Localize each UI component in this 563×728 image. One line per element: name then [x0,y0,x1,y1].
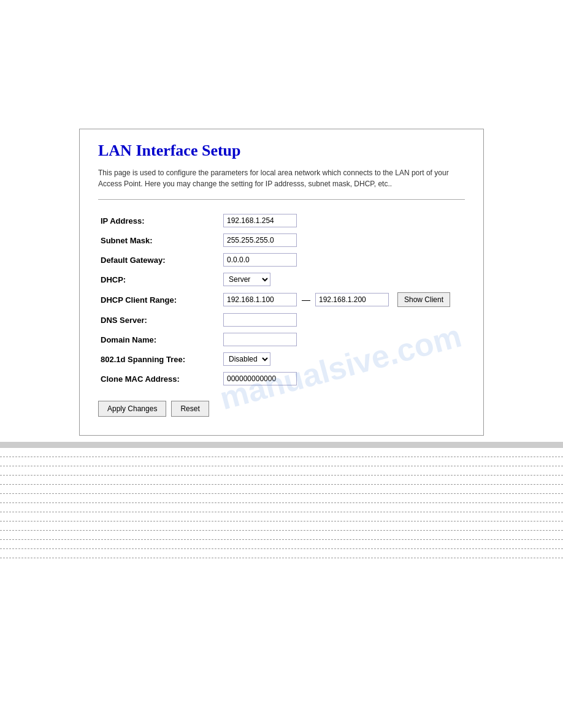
dhcp-range-start-input[interactable] [223,293,297,306]
dns-server-cell [221,310,465,330]
subnet-mask-cell [221,230,465,250]
page-title: LAN Interface Setup [98,142,465,160]
dhcp-select[interactable]: Server Client Disabled [223,273,270,286]
clone-mac-label: Clone MAC Address: [98,369,221,389]
ip-address-input[interactable] [223,214,297,227]
bottom-line-4 [0,484,563,485]
spanning-tree-label: 802.1d Spanning Tree: [98,349,221,369]
section-divider [98,199,465,200]
bottom-line-3 [0,475,563,476]
dhcp-client-range-label: DHCP Client Range: [98,289,221,310]
settings-form: IP Address: Subnet Mask: Default Gateway… [98,211,465,389]
domain-name-cell [221,330,465,349]
clone-mac-row: Clone MAC Address: [98,369,465,389]
default-gateway-input[interactable] [223,253,297,267]
dns-server-row: DNS Server: [98,310,465,330]
bottom-line-9 [0,530,563,531]
clone-mac-input[interactable] [223,372,297,385]
bottom-line-1 [0,457,563,457]
subnet-mask-row: Subnet Mask: [98,230,465,250]
dhcp-cell: Server Client Disabled [221,270,465,289]
dhcp-label: DHCP: [98,270,221,289]
ip-address-label: IP Address: [98,211,221,230]
page-description: This page is used to configure the param… [98,167,465,189]
domain-name-label: Domain Name: [98,330,221,349]
bottom-line-12 [0,558,563,558]
bottom-line-7 [0,512,563,512]
ip-address-cell [221,211,465,230]
dns-server-label: DNS Server: [98,310,221,330]
clone-mac-cell [221,369,465,389]
domain-name-row: Domain Name: [98,330,465,349]
bottom-line-2 [0,466,563,466]
default-gateway-label: Default Gateway: [98,250,221,270]
bottom-line-11 [0,548,563,549]
dhcp-client-range-row: DHCP Client Range: — Show Client [98,289,465,310]
default-gateway-row: Default Gateway: [98,250,465,270]
spanning-tree-select[interactable]: Disabled Enabled [223,352,270,366]
spanning-tree-cell: Disabled Enabled [221,349,465,369]
subnet-mask-input[interactable] [223,233,297,247]
spanning-tree-row: 802.1d Spanning Tree: Disabled Enabled [98,349,465,369]
thick-bar [0,442,563,448]
bottom-line-6 [0,502,563,503]
domain-name-input[interactable] [223,333,297,346]
bottom-line-10 [0,539,563,540]
dns-server-input[interactable] [223,313,297,327]
dhcp-range-dash: — [301,295,312,305]
dhcp-row: DHCP: Server Client Disabled [98,270,465,289]
apply-changes-button[interactable]: Apply Changes [98,401,166,417]
dhcp-client-range-cell: — Show Client [221,289,465,310]
bottom-line-8 [0,521,563,521]
button-row: Apply Changes Reset [98,401,465,417]
default-gateway-cell [221,250,465,270]
reset-button[interactable]: Reset [171,401,209,417]
lan-interface-card: manualsive.com LAN Interface Setup This … [79,129,484,436]
bottom-line-5 [0,493,563,494]
show-client-button[interactable]: Show Client [397,292,450,307]
subnet-mask-label: Subnet Mask: [98,230,221,250]
ip-address-row: IP Address: [98,211,465,230]
dhcp-range-end-input[interactable] [315,293,389,306]
bottom-section [0,442,563,558]
